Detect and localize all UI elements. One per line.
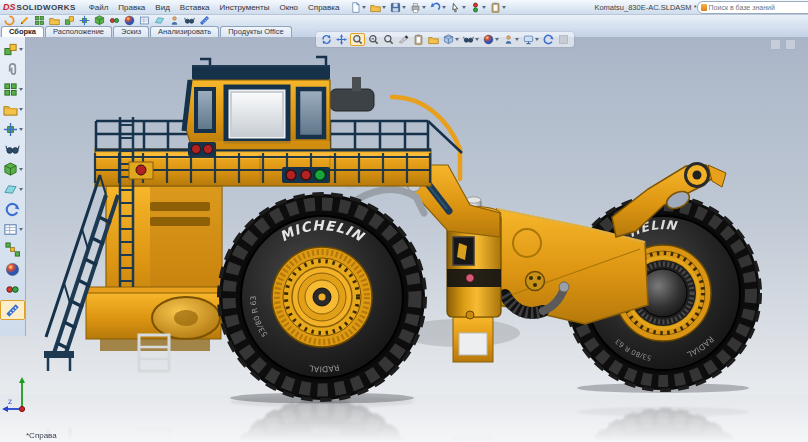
3d-scene[interactable]: MICHELIN RADIAL 53/80 R 63 xyxy=(0,37,808,442)
task-pane-icon-1[interactable] xyxy=(770,39,781,50)
dropdown-caret[interactable] xyxy=(502,6,506,9)
smart-fasteners-icon[interactable] xyxy=(1,100,24,118)
folder-icon[interactable] xyxy=(48,15,61,26)
undo-icon[interactable] xyxy=(429,2,447,13)
dropdown-caret[interactable] xyxy=(19,228,23,231)
search-area: ? xyxy=(697,1,808,14)
dropdown-caret[interactable] xyxy=(19,168,23,171)
edit-appearance-icon[interactable] xyxy=(482,34,500,45)
menu-items: ФайлПравкаВидВставкаИнструментыОкноСправ… xyxy=(84,1,345,14)
reference-geometry-icon[interactable] xyxy=(1,180,24,198)
interference-detection-icon[interactable] xyxy=(1,280,24,298)
feature-cube-icon[interactable] xyxy=(93,15,106,26)
dropdown-caret[interactable] xyxy=(515,38,519,41)
select-cursor-icon[interactable] xyxy=(449,2,467,13)
view-orientation-icon[interactable] xyxy=(442,34,460,45)
tab-assembly[interactable]: Сборка xyxy=(1,26,44,37)
dropdown-caret[interactable] xyxy=(362,6,366,9)
ds-logo-mark: DS xyxy=(3,2,16,12)
traffic-light-icon[interactable] xyxy=(108,15,121,26)
pan-icon[interactable] xyxy=(335,34,348,45)
assembly-features-icon[interactable] xyxy=(1,160,24,178)
menu-window[interactable]: Окно xyxy=(274,1,303,14)
zoom-area-icon[interactable] xyxy=(382,34,395,45)
quick-access-toolbar xyxy=(348,2,508,13)
rotate-view-icon[interactable] xyxy=(542,34,555,45)
linear-component-pattern-icon[interactable] xyxy=(1,80,24,98)
rebuild-icon[interactable] xyxy=(469,2,487,13)
menu-tools[interactable]: Инструменты xyxy=(215,1,275,14)
move-component-icon[interactable] xyxy=(1,120,24,138)
dropdown-caret[interactable] xyxy=(462,6,466,9)
measure-icon[interactable] xyxy=(0,300,25,320)
menu-file[interactable]: Файл xyxy=(84,1,114,14)
open-document-icon[interactable] xyxy=(369,2,387,13)
options-window-icon[interactable] xyxy=(489,2,507,13)
menu-insert[interactable]: Вставка xyxy=(175,1,215,14)
insert-components-icon[interactable] xyxy=(1,40,24,58)
dropdown-caret[interactable] xyxy=(455,38,459,41)
dropdown-caret[interactable] xyxy=(402,6,406,9)
assembly-cubes-icon[interactable] xyxy=(63,15,76,26)
svg-text:Z: Z xyxy=(8,398,12,405)
graphics-viewport[interactable]: MICHELIN RADIAL 53/80 R 63 xyxy=(0,37,808,442)
mate-paperclip-icon[interactable] xyxy=(1,60,24,78)
dropdown-caret[interactable] xyxy=(382,6,386,9)
zoom-out-icon[interactable] xyxy=(367,34,380,45)
rebuild-arrows-icon[interactable] xyxy=(320,34,333,45)
view-selector-icon[interactable] xyxy=(412,34,425,45)
move-component-icon[interactable] xyxy=(78,15,91,26)
dropdown-caret[interactable] xyxy=(535,38,539,41)
tab-sketch[interactable]: Эскиз xyxy=(113,26,149,37)
dropdown-caret[interactable] xyxy=(19,128,23,131)
exploded-view-icon[interactable] xyxy=(1,240,24,258)
edit-appearance-icon[interactable] xyxy=(1,260,24,278)
hide-show-items-icon[interactable] xyxy=(462,34,480,45)
front-wheel: MICHELIN RADIAL 53/80 R 63 xyxy=(219,194,425,400)
pencil-sketch-icon[interactable] xyxy=(18,15,31,26)
table-grid-icon[interactable] xyxy=(138,15,151,26)
apply-scene-icon[interactable] xyxy=(502,34,520,45)
solidworks-window: DS SOLIDWORKS ФайлПравкаВидВставкаИнстру… xyxy=(0,0,808,442)
dropdown-caret[interactable] xyxy=(442,6,446,9)
measure-ruler-icon[interactable] xyxy=(198,15,211,26)
zoom-to-fit-icon[interactable] xyxy=(350,33,365,46)
render-disabled-icon[interactable] xyxy=(557,34,570,45)
bill-of-materials-icon[interactable] xyxy=(1,220,24,238)
person-icon[interactable] xyxy=(168,15,181,26)
view-settings-icon[interactable] xyxy=(522,34,540,45)
document-title: Komatsu_830E-AC.SLDASM * xyxy=(594,3,696,12)
assembly-vertical-toolbar xyxy=(0,37,26,336)
section-view-icon[interactable] xyxy=(397,34,410,45)
new-document-icon[interactable] xyxy=(349,2,367,13)
previous-view-icon[interactable] xyxy=(427,34,440,45)
tab-evaluate[interactable]: Анализировать xyxy=(150,26,219,37)
plane-icon[interactable] xyxy=(153,15,166,26)
motion-study-icon[interactable] xyxy=(1,200,24,218)
tab-office-products[interactable]: Продукты Office xyxy=(220,26,291,37)
appearance-sphere-icon[interactable] xyxy=(123,15,136,26)
dropdown-caret[interactable] xyxy=(19,188,23,191)
save-icon[interactable] xyxy=(389,2,407,13)
solidworks-logo: DS SOLIDWORKS xyxy=(3,2,76,12)
dropdown-caret[interactable] xyxy=(19,88,23,91)
dropdown-caret[interactable] xyxy=(19,48,23,51)
tab-layout[interactable]: Расположение xyxy=(45,26,112,37)
search-input[interactable] xyxy=(707,3,808,12)
dropdown-caret[interactable] xyxy=(482,6,486,9)
task-pane-icon-2[interactable] xyxy=(785,39,796,50)
dropdown-caret[interactable] xyxy=(422,6,426,9)
dropdown-caret[interactable] xyxy=(475,38,479,41)
menu-edit[interactable]: Правка xyxy=(113,1,150,14)
dropdown-caret[interactable] xyxy=(19,108,23,111)
glasses-icon[interactable] xyxy=(183,15,196,26)
menu-bar: DS SOLIDWORKS ФайлПравкаВидВставкаИнстру… xyxy=(0,0,808,15)
menu-help[interactable]: Справка xyxy=(303,1,344,14)
search-box xyxy=(697,1,808,14)
show-hidden-components-icon[interactable] xyxy=(1,140,24,158)
menu-view[interactable]: Вид xyxy=(150,1,174,14)
dropdown-caret[interactable] xyxy=(495,38,499,41)
color-swirl-icon[interactable] xyxy=(3,15,16,26)
pattern-grid-icon[interactable] xyxy=(33,15,46,26)
print-icon[interactable] xyxy=(409,2,427,13)
